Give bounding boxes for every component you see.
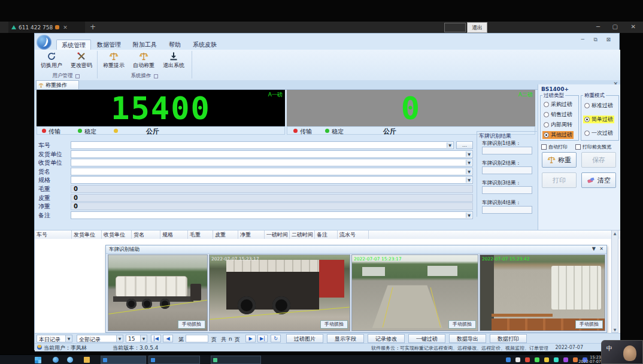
- manual-capture-button[interactable]: 手动抓拍: [448, 320, 476, 329]
- ribbon-tab-help[interactable]: 帮助: [164, 40, 186, 50]
- plate-result-1-input[interactable]: [482, 147, 532, 154]
- radio-purchase[interactable]: 采购过磅: [542, 101, 574, 108]
- camera-feed-1[interactable]: 手动抓拍: [108, 254, 208, 331]
- refresh-button[interactable]: ↻: [271, 335, 281, 342]
- one-key-weigh-button[interactable]: 一键过磅: [408, 334, 445, 343]
- plate-result-4-input[interactable]: [482, 206, 532, 214]
- last-page-button[interactable]: ▶|: [257, 335, 268, 342]
- tray-icon[interactable]: [515, 357, 520, 362]
- chevron-down-icon[interactable]: ▼: [466, 213, 472, 218]
- taskbar-window-3[interactable]: [211, 356, 261, 364]
- col-net[interactable]: 净重: [238, 230, 265, 239]
- col-time1[interactable]: 一磅时间: [265, 230, 290, 239]
- weigh-button[interactable]: 称重: [542, 152, 577, 168]
- plate-result-3-input[interactable]: [482, 186, 532, 194]
- col-shipper[interactable]: 发货单位: [72, 230, 102, 239]
- weigh-photos-button[interactable]: 过磅图片: [286, 334, 323, 343]
- remote-exit-button[interactable]: 退出: [467, 22, 487, 33]
- radio-other[interactable]: 其他过磅: [542, 131, 574, 139]
- col-serial[interactable]: 流水号: [338, 230, 369, 239]
- exit-system-button[interactable]: 退出系统: [159, 51, 188, 72]
- tab-weighing[interactable]: 称重操作: [36, 80, 79, 89]
- col-plate[interactable]: 车号: [35, 230, 72, 239]
- chevron-down-icon[interactable]: ▼: [116, 335, 123, 342]
- remark-input[interactable]: ▼: [71, 211, 473, 219]
- camera-feed-4[interactable]: 2022-07-07 15:23:42 手动抓拍: [480, 254, 605, 331]
- shipper-input[interactable]: ▼: [71, 150, 473, 158]
- chevron-down-icon[interactable]: ▼: [466, 169, 472, 174]
- scroll-up-icon[interactable]: ▲: [612, 231, 618, 235]
- taskbar-window-2[interactable]: [148, 356, 200, 364]
- browser-icon[interactable]: [53, 357, 59, 363]
- manual-capture-button[interactable]: 手动抓拍: [178, 320, 205, 329]
- print-preview-checkbox[interactable]: 打印前先预览: [575, 144, 611, 150]
- col-tare[interactable]: 皮重: [213, 230, 238, 239]
- chevron-down-icon[interactable]: ▼: [447, 142, 453, 148]
- print-button[interactable]: 打印: [542, 172, 577, 188]
- weigh-alert-button[interactable]: 称重提示: [99, 51, 128, 72]
- change-password-button[interactable]: 更改密码: [67, 51, 96, 72]
- col-receiver[interactable]: 收货单位: [102, 230, 132, 239]
- chevron-down-icon[interactable]: ▼: [466, 160, 472, 165]
- goods-input[interactable]: ▼: [71, 168, 473, 175]
- tray-icon[interactable]: [535, 357, 539, 362]
- table-scrollbar[interactable]: ▲ ▼: [611, 230, 618, 333]
- print-data-button[interactable]: 数据打印: [490, 334, 527, 343]
- chevron-down-icon[interactable]: ▼: [140, 335, 147, 342]
- chevron-down-icon[interactable]: ▼: [466, 151, 472, 157]
- chevron-down-icon[interactable]: ▼: [466, 177, 472, 183]
- radio-sales[interactable]: 销售过磅: [542, 111, 574, 119]
- tray-icon[interactable]: [544, 357, 549, 362]
- auto-weigh-button[interactable]: 自动称重: [129, 51, 158, 72]
- radio-once[interactable]: 一次过磅: [583, 129, 614, 137]
- switch-user-button[interactable]: 切换用户: [37, 51, 66, 72]
- radio-standard[interactable]: 标准过磅: [583, 102, 614, 110]
- camera-feed-3[interactable]: 2022-07-07 15:23:17 手动抓拍: [351, 254, 478, 331]
- clear-button[interactable]: 清空: [581, 172, 616, 188]
- pin-icon[interactable]: ▼: [592, 246, 596, 251]
- export-data-button[interactable]: 数据导出: [449, 334, 486, 343]
- ribbon-tab-data[interactable]: 数据管理: [92, 40, 126, 50]
- save-button[interactable]: 保存: [581, 152, 616, 168]
- app-restore-icon[interactable]: ⧉: [594, 37, 597, 43]
- page-number-input[interactable]: [186, 335, 208, 342]
- tray-icon[interactable]: [563, 357, 568, 362]
- start-button-icon[interactable]: [35, 357, 41, 363]
- plate-input[interactable]: ▼: [71, 141, 454, 149]
- tray-icon[interactable]: [506, 357, 511, 362]
- col-gross[interactable]: 毛重: [188, 230, 213, 239]
- page-size-select[interactable]: 15▼: [126, 335, 147, 342]
- folder-icon[interactable]: [84, 357, 90, 363]
- plate-result-2-input[interactable]: [482, 166, 532, 174]
- col-time2[interactable]: 二磅时间: [290, 230, 315, 239]
- app-close-icon[interactable]: ⊠: [606, 37, 611, 43]
- taskbar-clock[interactable]: 15:23 2022-07-07: [578, 356, 601, 364]
- show-fields-button[interactable]: 显示字段: [327, 334, 364, 343]
- ribbon-tab-skin[interactable]: 系统皮肤: [188, 40, 222, 50]
- tab-close-icon[interactable]: ✕: [63, 25, 68, 31]
- group-launcher-icon[interactable]: [154, 74, 158, 78]
- col-remark[interactable]: 备注: [315, 230, 338, 239]
- camera-feed-2[interactable]: 2022-07-07 15:23:17 手动抓拍: [209, 254, 350, 331]
- plate-more-button[interactable]: …: [456, 141, 473, 149]
- scroll-down-icon[interactable]: ▼: [612, 327, 618, 332]
- ribbon-tab-system[interactable]: 系统管理: [56, 40, 91, 50]
- group-launcher-icon[interactable]: [75, 74, 80, 78]
- minimize-icon[interactable]: ─: [596, 23, 600, 30]
- edit-record-button[interactable]: 记录修改: [368, 334, 405, 343]
- tray-icon[interactable]: [525, 357, 530, 362]
- app-minimize-icon[interactable]: ─: [581, 37, 584, 43]
- close-icon[interactable]: ✕: [599, 246, 603, 251]
- receiver-input[interactable]: ▼: [71, 159, 473, 166]
- col-goods[interactable]: 货名: [132, 230, 160, 239]
- new-tab-button[interactable]: +: [90, 23, 96, 31]
- tray-icon[interactable]: [573, 357, 578, 362]
- radio-internal[interactable]: 内部周转: [542, 121, 574, 129]
- prev-page-button[interactable]: ◀: [163, 335, 173, 342]
- radio-simple[interactable]: 简单过磅: [583, 116, 614, 123]
- scope-today-select[interactable]: 本日记录▼: [37, 335, 72, 342]
- remote-tab[interactable]: 611 422 758 ✕: [8, 22, 85, 33]
- first-page-button[interactable]: |◀: [151, 335, 161, 342]
- scope-all-select[interactable]: 全部记录▼: [77, 335, 123, 342]
- spec-input[interactable]: ▼: [71, 176, 473, 184]
